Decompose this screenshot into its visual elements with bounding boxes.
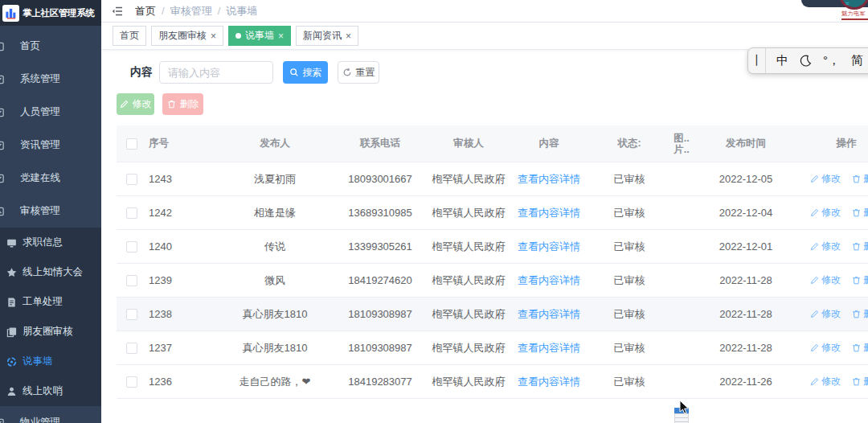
row-delete-button[interactable]: 删除: [852, 172, 868, 186]
view-content-link[interactable]: 查看内容详情: [518, 307, 580, 322]
row-checkbox[interactable]: [126, 174, 137, 185]
edit-label: 修改: [821, 307, 841, 321]
cell-ops: 修改删除: [798, 162, 868, 195]
view-content-link[interactable]: 查看内容详情: [518, 240, 580, 254]
sidebar-item-online-whistle[interactable]: 线上吹哨: [0, 376, 101, 406]
view-content-link[interactable]: 查看内容详情: [518, 273, 580, 288]
view-content-link[interactable]: 查看内容详情: [518, 375, 580, 389]
cell-time: 2022-11-28: [694, 298, 798, 331]
row-checkbox[interactable]: [126, 241, 137, 253]
view-content-link[interactable]: 查看内容详情: [518, 206, 580, 220]
row-checkbox[interactable]: [126, 343, 137, 354]
cell-picture: [669, 264, 694, 297]
edit-label: 修改: [821, 341, 841, 355]
row-checkbox[interactable]: [126, 376, 137, 388]
sidebar-item-story-wall[interactable]: 说事墙: [0, 347, 101, 376]
breadcrumb-separator: /: [162, 5, 165, 17]
row-delete-button[interactable]: 删除: [852, 341, 868, 355]
doc-icon: [6, 297, 17, 307]
tab-home[interactable]: 首页: [113, 26, 146, 46]
sidebar-item-label: 线上吹哨: [23, 384, 63, 398]
search-icon: [289, 68, 299, 77]
ime-drag-handle[interactable]: 丨: [748, 48, 766, 73]
select-all-checkbox[interactable]: [126, 138, 137, 150]
view-content-link[interactable]: 查看内容详情: [518, 172, 580, 187]
cell-status: 已审核: [589, 365, 669, 398]
row-image-thumbnail[interactable]: [674, 408, 689, 423]
cell-status: 已审核: [589, 264, 669, 297]
ime-item[interactable]: 中: [776, 53, 788, 68]
column-header-seq: 序号: [147, 125, 218, 162]
cell-reviewer: 枹罕镇人民政府: [428, 264, 509, 297]
tab-news[interactable]: 新闻资讯×: [296, 26, 358, 46]
delete-label: 删除: [863, 206, 868, 220]
person-icon: [6, 386, 17, 396]
building-icon: [2, 5, 19, 22]
sidebar-item-personnel[interactable]: 人员管理: [0, 96, 101, 129]
row-edit-button[interactable]: 修改: [810, 273, 841, 287]
row-edit-button[interactable]: 修改: [810, 240, 841, 253]
tags-bar: 首页朋友圈审核×说事墙×新闻资讯×: [101, 23, 868, 50]
row-checkbox[interactable]: [126, 207, 137, 219]
table-row: 1235陌路18294070279枹罕镇人民政府查看内容详情已审核2022-11…: [117, 399, 868, 423]
sidebar-item-audit[interactable]: 审核管理: [0, 195, 101, 228]
sidebar-submenu: 求职信息线上知情大会工单处理朋友圈审核说事墙线上吹哨: [0, 228, 101, 406]
search-button[interactable]: 搜索: [283, 61, 328, 84]
row-delete-button[interactable]: 删除: [852, 240, 868, 253]
cell-status: 已审核: [589, 298, 669, 331]
sidebar-item-information[interactable]: 资讯管理: [0, 129, 101, 162]
sidebar-item-label: 首页: [20, 39, 40, 53]
content-search-input[interactable]: [159, 61, 273, 84]
row-edit-button[interactable]: 修改: [810, 172, 841, 186]
sidebar-item-label: 党建在线: [20, 171, 60, 185]
row-edit-button[interactable]: 修改: [810, 375, 841, 388]
sidebar-item-moments-audit[interactable]: 朋友圈审核: [0, 317, 101, 347]
cell-publisher: 陌路: [218, 399, 332, 423]
moon-icon[interactable]: [800, 55, 812, 67]
delete-label: 删除: [863, 307, 868, 321]
ime-item[interactable]: °，: [823, 53, 840, 68]
breadcrumb-home[interactable]: 首页: [135, 4, 156, 18]
sidebar-item-property[interactable]: 物业管理: [0, 406, 101, 423]
tab-moments-audit[interactable]: 朋友圈审核×: [151, 26, 223, 46]
close-icon[interactable]: ×: [211, 31, 216, 41]
fold-menu-icon[interactable]: [112, 6, 123, 17]
row-delete-button[interactable]: 删除: [852, 273, 868, 287]
sidebar-item-label: 审核管理: [20, 204, 60, 218]
sidebar-item-label: 说事墙: [23, 355, 53, 368]
row-edit-button[interactable]: 修改: [810, 341, 841, 355]
close-icon[interactable]: ×: [346, 31, 351, 41]
ime-toolbar[interactable]: 丨 中°，简: [747, 47, 868, 74]
sidebar-item-job-info[interactable]: 求职信息: [0, 228, 101, 257]
sidebar-item-online-meeting[interactable]: 线上知情大会: [0, 257, 101, 287]
bulk-delete-button[interactable]: 删除: [162, 93, 203, 115]
cell-ops: 修改删除: [798, 230, 868, 263]
sidebar-item-party-online[interactable]: 党建在线: [0, 162, 101, 195]
tab-story-wall[interactable]: 说事墙×: [228, 26, 291, 46]
row-checkbox[interactable]: [126, 309, 137, 320]
row-edit-button[interactable]: 修改: [810, 307, 841, 321]
cell-publisher: 微风: [218, 264, 332, 297]
chevron-down-icon: [0, 109, 2, 117]
column-header-phone: 联系电话: [332, 125, 428, 162]
reset-button[interactable]: 重置: [338, 61, 379, 84]
edit-label: 修改: [821, 240, 841, 253]
row-checkbox[interactable]: [126, 275, 137, 286]
row-edit-button[interactable]: 修改: [810, 206, 841, 220]
row-delete-button[interactable]: 删除: [852, 375, 868, 388]
edit-icon: [120, 100, 129, 109]
view-content-link[interactable]: 查看内容详情: [518, 341, 580, 355]
row-delete-button[interactable]: 删除: [852, 307, 868, 321]
cell-time: 2022-11-26: [694, 365, 798, 398]
sidebar-item-work-order[interactable]: 工单处理: [0, 287, 101, 317]
cell-publisher: 相逢是缘: [218, 196, 332, 229]
close-icon[interactable]: ×: [278, 31, 284, 41]
bulk-edit-button[interactable]: 修改: [117, 93, 154, 115]
ime-item[interactable]: 简: [851, 53, 863, 68]
sidebar-item-system[interactable]: 系统管理: [0, 63, 101, 96]
sidebar-item-home[interactable]: 首页: [0, 30, 101, 63]
cell-content: 查看内容详情: [509, 264, 589, 297]
edit-label: 修改: [821, 273, 841, 287]
cell-seq: 1235: [147, 399, 218, 423]
row-delete-button[interactable]: 删除: [852, 206, 868, 220]
